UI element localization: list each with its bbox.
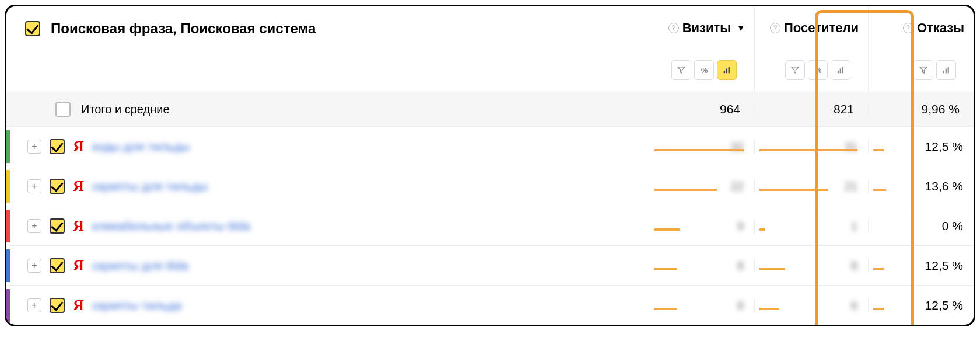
row-checkbox[interactable] <box>50 179 65 194</box>
row-checkbox[interactable] <box>50 298 65 313</box>
filter-button-bounces[interactable] <box>914 60 933 80</box>
help-icon[interactable]: ? <box>770 23 780 33</box>
cell-visitors: 21 <box>755 179 869 193</box>
svg-rect-2 <box>729 67 730 74</box>
chart-button-bounces[interactable] <box>936 60 956 80</box>
cell-visitors: 31 <box>755 140 869 154</box>
svg-rect-1 <box>726 68 727 73</box>
expand-button[interactable]: + <box>27 298 41 312</box>
help-icon[interactable]: ? <box>668 23 679 33</box>
row-color-stripe <box>6 210 10 242</box>
totals-bounces: 9,96 % <box>869 102 974 116</box>
column-bounces-label: Отказы <box>917 20 964 36</box>
totals-row: Итого и средние 964 821 9,96 % <box>6 92 974 126</box>
table-row: + Я коды для тильды 32 31 12,5 % <box>6 126 974 166</box>
search-phrase-link[interactable]: скрипты для тильды <box>92 179 208 193</box>
svg-rect-6 <box>943 71 944 73</box>
svg-rect-8 <box>948 67 949 74</box>
yandex-logo-icon: Я <box>73 217 84 235</box>
svg-rect-3 <box>838 71 839 73</box>
percent-button-visitors[interactable]: % <box>808 60 828 80</box>
select-all-checkbox[interactable] <box>25 21 40 36</box>
row-color-stripe <box>6 249 10 282</box>
search-phrase-link[interactable]: скрипты тильда <box>92 298 182 312</box>
column-visits-header[interactable]: ? Визиты ▼ <box>654 20 745 36</box>
expand-button[interactable]: + <box>27 179 41 193</box>
column-bounces-header[interactable]: ? Отказы <box>873 20 964 36</box>
report-panel: Поисковая фраза, Поисковая система ? Виз… <box>5 5 975 326</box>
svg-rect-0 <box>724 71 725 73</box>
totals-label: Итого и средние <box>81 103 170 116</box>
table-row: + Я скрипты для тильды 22 21 13,6 % <box>6 166 974 206</box>
svg-rect-7 <box>946 68 947 73</box>
search-phrase-link[interactable]: коды для тильды <box>92 140 190 154</box>
cell-bounces: 12,5 % <box>869 259 974 273</box>
column-visits-label: Визиты <box>682 20 731 36</box>
table-row: + Я скрипты тильда 8 6 12,5 % <box>6 285 974 325</box>
cell-bounces: 12,5 % <box>869 298 974 312</box>
row-color-stripe <box>6 170 10 203</box>
row-checkbox[interactable] <box>50 218 65 234</box>
row-color-stripe <box>6 130 10 163</box>
svg-rect-5 <box>842 67 844 74</box>
svg-rect-4 <box>840 68 841 73</box>
yandex-logo-icon: Я <box>73 297 84 314</box>
cell-visits: 8 <box>650 259 755 273</box>
cell-bounces: 12,5 % <box>869 140 974 154</box>
totals-checkbox[interactable] <box>55 102 71 117</box>
totals-visits: 964 <box>650 102 755 116</box>
dimension-label: Поисковая фраза, Поисковая система <box>51 20 316 37</box>
expand-button[interactable]: + <box>27 140 41 154</box>
table-header: Поисковая фраза, Поисковая система ? Виз… <box>6 6 974 92</box>
cell-visitors: 6 <box>755 298 869 312</box>
row-checkbox[interactable] <box>50 258 65 273</box>
expand-button[interactable]: + <box>27 219 41 233</box>
column-visitors-header[interactable]: ? Посетители <box>760 20 859 36</box>
row-checkbox[interactable] <box>50 139 65 154</box>
search-phrase-link[interactable]: кликабельные объекты tilda <box>92 219 250 233</box>
cell-visits: 8 <box>650 298 755 312</box>
totals-visitors: 821 <box>755 102 869 116</box>
cell-visitors: 1 <box>755 219 869 233</box>
yandex-logo-icon: Я <box>73 138 84 155</box>
data-rows: + Я коды для тильды 32 31 12,5 % + Я скр… <box>6 126 974 325</box>
cell-bounces: 0 % <box>869 219 974 233</box>
yandex-logo-icon: Я <box>73 178 84 195</box>
cell-visits: 9 <box>650 219 755 233</box>
table-row: + Я кликабельные объекты tilda 9 1 0 % <box>6 206 974 245</box>
row-color-stripe <box>6 289 10 322</box>
chart-button-visitors[interactable] <box>831 60 850 80</box>
table-row: + Я скрипты для tilda 8 8 12,5 % <box>6 245 974 285</box>
chart-button-visits[interactable] <box>717 60 737 80</box>
cell-visits: 32 <box>650 140 755 154</box>
filter-button-visits[interactable] <box>671 60 691 80</box>
yandex-logo-icon: Я <box>73 257 84 274</box>
column-visitors-label: Посетители <box>784 20 859 36</box>
expand-button[interactable]: + <box>27 259 41 273</box>
cell-visits: 22 <box>650 179 755 193</box>
percent-button-visits[interactable]: % <box>694 60 714 80</box>
help-icon[interactable]: ? <box>903 23 914 33</box>
cell-visitors: 8 <box>755 259 869 273</box>
cell-bounces: 13,6 % <box>869 179 974 193</box>
search-phrase-link[interactable]: скрипты для tilda <box>92 259 188 273</box>
filter-button-visitors[interactable] <box>785 60 805 80</box>
sort-descending-icon: ▼ <box>737 23 745 33</box>
